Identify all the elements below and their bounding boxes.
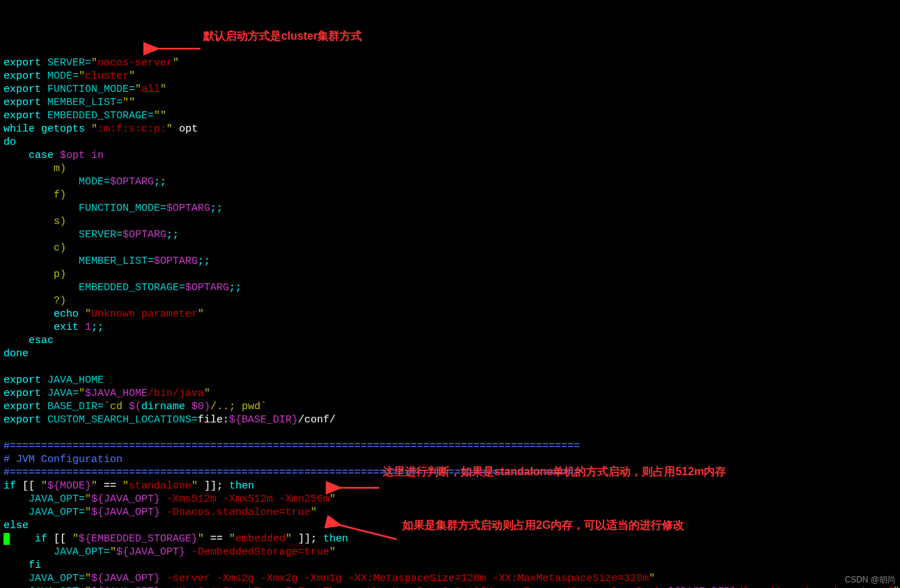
comment-jvm: # JVM Configuration (3, 454, 123, 466)
cursor (3, 533, 10, 545)
annotation-3: 如果是集群方式启动则占用2G内存，可以适当的进行修改 (402, 518, 684, 532)
var-server: SERVER= (47, 57, 91, 69)
watermark: CSDN @胡尚 (844, 573, 896, 587)
annotation-1: 默认启动方式是cluster集群方式 (203, 29, 362, 42)
arrow-icon (152, 29, 200, 58)
var-mode: MODE= (47, 70, 79, 82)
code-view: export SERVER="nacos-server" export MODE… (3, 56, 897, 588)
kw-export: export (3, 57, 41, 69)
annotation-2: 这里进行判断，如果是standalone单机的方式启动，则占用512m内存 (383, 465, 726, 478)
